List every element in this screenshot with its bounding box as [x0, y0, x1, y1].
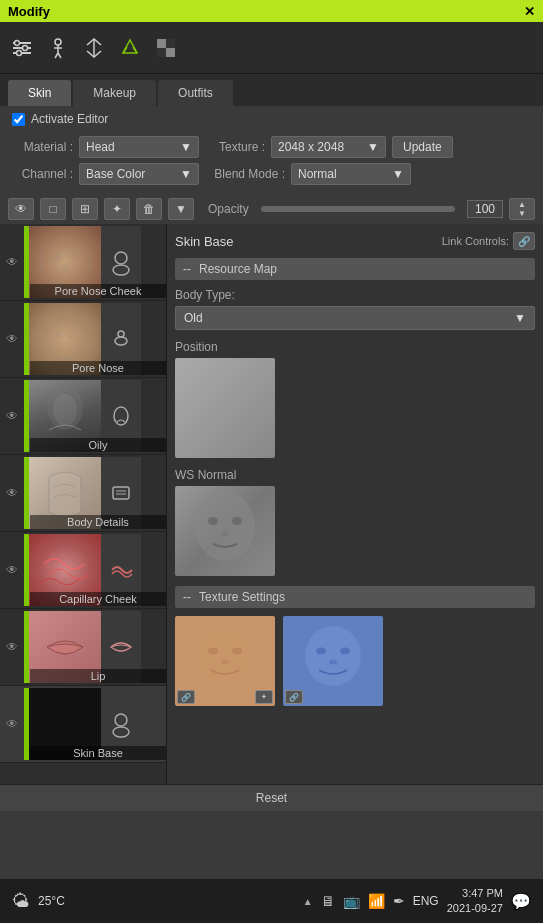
- svg-line-9: [55, 53, 58, 58]
- main-content: 👁 Pore Nose Cheek 👁: [0, 224, 543, 784]
- opacity-slider[interactable]: [261, 206, 455, 212]
- svg-point-34: [115, 714, 127, 726]
- material-chevron-icon: ▼: [180, 140, 192, 154]
- layers-panel: 👁 Pore Nose Cheek 👁: [0, 224, 167, 784]
- svg-point-25: [115, 337, 127, 345]
- temperature-display: 25°C: [38, 894, 65, 908]
- tab-outfits[interactable]: Outfits: [158, 80, 233, 106]
- link-controls-button[interactable]: 🔗: [513, 232, 535, 250]
- texture-select[interactable]: 2048 x 2048 ▼: [271, 136, 386, 158]
- svg-point-29: [114, 407, 128, 425]
- blend-mode-select[interactable]: Normal ▼: [291, 163, 411, 185]
- skin-tex-icon-2: ✦: [255, 690, 273, 704]
- layer-body-details[interactable]: 👁 Body Details: [0, 455, 166, 532]
- tab-bar: Skin Makeup Outfits: [0, 74, 543, 106]
- toolbar: [0, 22, 543, 74]
- svg-rect-14: [157, 48, 166, 57]
- position-label: Position: [175, 340, 535, 354]
- svg-rect-12: [157, 39, 166, 48]
- reset-bar[interactable]: Reset: [0, 784, 543, 811]
- channel-select[interactable]: Base Color ▼: [79, 163, 199, 185]
- body-type-value: Old: [184, 311, 203, 325]
- texture-settings-bar[interactable]: -- Texture Settings: [175, 586, 535, 608]
- svg-point-41: [208, 648, 218, 655]
- svg-rect-15: [166, 48, 175, 57]
- eye-toggle-lip[interactable]: 👁: [0, 640, 24, 654]
- skin-base-header: Skin Base Link Controls: 🔗: [175, 232, 535, 250]
- reset-button[interactable]: Reset: [256, 791, 287, 805]
- svg-point-35: [113, 727, 129, 737]
- layer-name-pore-nose-cheek: Pore Nose Cheek: [30, 284, 166, 298]
- layer-lip[interactable]: 👁 Lip: [0, 609, 166, 686]
- close-button[interactable]: ✕: [524, 4, 535, 19]
- svg-point-16: [40, 237, 90, 287]
- clock-area: 3:47 PM 2021-09-27: [447, 886, 503, 917]
- body-type-chevron-icon: ▼: [514, 311, 526, 325]
- layer-name-body-details: Body Details: [30, 515, 166, 529]
- update-button[interactable]: Update: [392, 136, 453, 158]
- activate-editor-label[interactable]: Activate Editor: [31, 112, 108, 126]
- eye-toggle-capillary-cheek[interactable]: 👁: [0, 563, 24, 577]
- svg-rect-30: [113, 487, 129, 499]
- body-type-select[interactable]: Old ▼: [175, 306, 535, 330]
- layers-icon-button[interactable]: ⊞: [72, 198, 98, 220]
- blue-tex-link-icon: 🔗: [285, 690, 303, 704]
- app-title: Modify: [8, 4, 50, 19]
- layer-name-pore-nose: Pore Nose: [30, 361, 166, 375]
- texture-settings-dash: --: [183, 590, 191, 604]
- layer-name-oily: Oily: [30, 438, 166, 452]
- notification-icon[interactable]: 💬: [511, 892, 531, 911]
- figure-icon[interactable]: [44, 34, 72, 62]
- tab-skin[interactable]: Skin: [8, 80, 71, 106]
- stamp-icon-button[interactable]: ✦: [104, 198, 130, 220]
- layer-oily[interactable]: 👁 Oily: [0, 378, 166, 455]
- svg-point-38: [232, 517, 242, 525]
- channel-row: Channel : Base Color ▼ Blend Mode : Norm…: [8, 163, 535, 185]
- svg-point-17: [53, 252, 61, 260]
- svg-point-22: [45, 319, 85, 359]
- arrows-icon[interactable]: [80, 34, 108, 62]
- resource-map-bar[interactable]: -- Resource Map: [175, 258, 535, 280]
- svg-point-47: [329, 660, 337, 665]
- opacity-stepper-up[interactable]: ▲▼: [509, 198, 535, 220]
- taskbar: 🌤 25°C ▲ 🖥 📺 📶 ✒ ENG 3:47 PM 2021-09-27 …: [0, 879, 543, 923]
- eye-toggle-skin-base[interactable]: 👁: [0, 717, 24, 731]
- opacity-value-input[interactable]: 100: [467, 200, 503, 218]
- checker-icon[interactable]: [152, 34, 180, 62]
- svg-point-43: [221, 660, 229, 665]
- eye-toggle-pore-nose[interactable]: 👁: [0, 332, 24, 346]
- texture-value: 2048 x 2048: [278, 140, 344, 154]
- material-label: Material :: [8, 140, 73, 154]
- date-display: 2021-09-27: [447, 901, 503, 916]
- texture-thumb-blue[interactable]: 🔗: [283, 616, 383, 706]
- activate-editor-checkbox[interactable]: [12, 113, 25, 126]
- blend-mode-chevron-icon: ▼: [392, 167, 404, 181]
- layer-name-skin-base: Skin Base: [30, 746, 166, 760]
- tab-makeup[interactable]: Makeup: [73, 80, 156, 106]
- svg-point-3: [15, 40, 20, 45]
- recycle-icon[interactable]: [116, 34, 144, 62]
- ws-normal-thumbnail: [175, 486, 275, 576]
- layer-skin-base[interactable]: 👁 Skin Base: [0, 686, 166, 763]
- arrow-icon-button[interactable]: ▼: [168, 198, 194, 220]
- time-display: 3:47 PM: [447, 886, 503, 901]
- channel-chevron-icon: ▼: [180, 167, 192, 181]
- delete-icon-button[interactable]: 🗑: [136, 198, 162, 220]
- sliders-icon[interactable]: [8, 34, 36, 62]
- eye-toggle-oily[interactable]: 👁: [0, 409, 24, 423]
- texture-thumbs-container: 🔗 ✦ 🔗: [175, 616, 535, 706]
- texture-thumb-skin[interactable]: 🔗 ✦: [175, 616, 275, 706]
- eye-toggle-pore-nose-cheek[interactable]: 👁: [0, 255, 24, 269]
- square-icon-button[interactable]: □: [40, 198, 66, 220]
- svg-point-6: [55, 39, 61, 45]
- material-select[interactable]: Head ▼: [79, 136, 199, 158]
- eye-icon-button[interactable]: 👁: [8, 198, 34, 220]
- weather-icon: 🌤: [12, 891, 30, 912]
- layer-capillary-cheek[interactable]: 👁 Capillary Cheek: [0, 532, 166, 609]
- layer-pore-nose[interactable]: 👁 Pore Nose: [0, 301, 166, 378]
- eye-toggle-body-details[interactable]: 👁: [0, 486, 24, 500]
- svg-point-23: [56, 332, 62, 338]
- pen-icon: ✒: [393, 893, 405, 909]
- svg-point-46: [340, 648, 350, 655]
- layer-pore-nose-cheek[interactable]: 👁 Pore Nose Cheek: [0, 224, 166, 301]
